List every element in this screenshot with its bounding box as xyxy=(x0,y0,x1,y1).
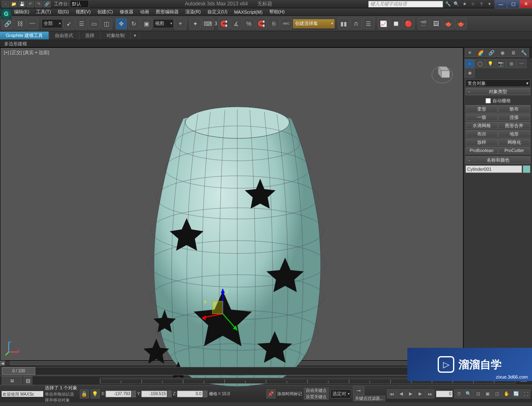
goto-end-icon[interactable]: ⏭ xyxy=(425,389,434,399)
favorite-icon[interactable]: ☆ xyxy=(470,1,476,7)
btn-loft[interactable]: 放样 xyxy=(466,138,498,146)
maxscript-listener[interactable]: 欢迎使用 MAXSc xyxy=(2,391,43,397)
btn-mesher[interactable]: 网格化 xyxy=(498,138,531,146)
bind-icon[interactable]: 〰 xyxy=(27,18,38,30)
select-region-icon[interactable]: ▭ xyxy=(88,18,100,30)
ribbon-tab-paint[interactable]: 对象绘制 xyxy=(101,32,131,39)
viewport[interactable]: [+] [正交] [真实 + 边面] xyxy=(0,47,463,361)
spinner-snap-icon[interactable]: 🧲 xyxy=(256,18,267,30)
ribbon-sub-polymodeling[interactable]: 多边形建模 xyxy=(0,40,532,47)
cp-sub-spacewarps-icon[interactable]: 〰 xyxy=(517,59,527,68)
cp-tab-modify-icon[interactable]: 🌈 xyxy=(475,48,486,57)
rollout-name-color[interactable]: 名称和颜色 xyxy=(466,156,530,164)
help-icon[interactable]: ? xyxy=(478,1,485,7)
setkey-button[interactable]: 设置关键点 xyxy=(304,394,329,400)
move-icon[interactable]: ✥ xyxy=(116,18,127,30)
manipulate-icon[interactable]: ✦ xyxy=(190,18,201,30)
menu-rendering[interactable]: 渲染(R) xyxy=(184,8,202,15)
fov-icon[interactable]: ◫ xyxy=(493,389,502,399)
cp-sub-geometry-icon[interactable]: ○ xyxy=(465,59,475,68)
ribbon-tab-selection[interactable]: 选择 xyxy=(79,32,101,39)
orbit-icon[interactable]: 🔄 xyxy=(512,389,521,399)
qat-undo-icon[interactable]: ↶ xyxy=(27,1,34,7)
named-selection-dropdown[interactable]: 创建选择集 xyxy=(293,19,335,28)
btn-proboolean[interactable]: ProBoolean xyxy=(466,147,498,154)
menu-help[interactable]: 帮助(H) xyxy=(268,8,286,15)
key-toggle-icon[interactable]: ⊸ xyxy=(353,386,365,395)
reference-system-dropdown[interactable]: 视图 xyxy=(153,19,174,28)
minimize-button[interactable]: — xyxy=(495,0,507,8)
btn-boolean[interactable]: 布尔 xyxy=(466,130,498,138)
menu-tools[interactable]: 工具(T) xyxy=(34,8,53,15)
maximize-button[interactable]: ▢ xyxy=(507,0,520,8)
ribbon-minimize-icon[interactable]: ▾ xyxy=(131,32,139,39)
lock-selection-icon[interactable]: 🔒 xyxy=(80,389,89,399)
maxscript-mini-btn[interactable]: ▤ xyxy=(2,376,22,385)
zoom-extents-icon[interactable]: ▣ xyxy=(483,389,492,399)
cp-sub-shapes-icon[interactable]: ◯ xyxy=(475,59,485,68)
cp-sub-cameras-icon[interactable]: 📷 xyxy=(496,59,506,68)
btn-shapemerge[interactable]: 图形合并 xyxy=(498,122,531,129)
qat-open-icon[interactable]: 📁 xyxy=(10,1,17,7)
mirror-icon[interactable]: ▮▮ xyxy=(338,18,350,30)
object-color-swatch[interactable] xyxy=(523,165,530,173)
current-frame-input[interactable]: 0 xyxy=(436,391,453,397)
btn-blobmesh[interactable]: 水滴网格 xyxy=(466,122,498,129)
angle-snap-icon[interactable]: ∡ xyxy=(231,18,242,30)
keyboard-shortcut-icon[interactable]: ⌨ xyxy=(202,18,214,30)
menu-customize[interactable]: 自定义(U) xyxy=(206,8,229,15)
btn-connect[interactable]: 连接 xyxy=(498,113,531,121)
menu-group[interactable]: 组(G) xyxy=(56,8,71,15)
btn-morph[interactable]: 变形 xyxy=(466,105,498,113)
link-icon[interactable]: 🔗 xyxy=(2,18,13,30)
render-setup-icon[interactable]: 🎬 xyxy=(418,18,429,30)
menu-modifiers[interactable]: 修改器 xyxy=(118,8,135,15)
cp-sub-helpers-icon[interactable]: ⊞ xyxy=(506,59,516,68)
snap-toggle-icon[interactable]: 🧲 xyxy=(218,18,230,30)
material-editor-icon[interactable]: 🔴 xyxy=(403,18,414,30)
ribbon-tab-freeform[interactable]: 自由形式 xyxy=(49,32,79,39)
btn-scatter[interactable]: 散布 xyxy=(498,105,531,113)
render-frame-icon[interactable]: 🖼 xyxy=(430,18,442,30)
abc-icon[interactable]: ABC xyxy=(281,18,292,30)
menu-create[interactable]: 创建(C) xyxy=(96,8,114,15)
search-input[interactable]: 键入关键字或短语 xyxy=(368,1,443,7)
render-last-icon[interactable]: 🫖 xyxy=(455,18,467,30)
select-name-icon[interactable]: ☰ xyxy=(76,18,87,30)
scroll-left-icon[interactable]: ◀ xyxy=(0,361,5,366)
qat-redo-icon[interactable]: ↷ xyxy=(35,1,42,7)
pivot-icon[interactable]: ⌖ xyxy=(175,18,186,30)
play-icon[interactable]: ▶ xyxy=(406,389,415,399)
menu-graph[interactable]: 图形编辑器 xyxy=(154,8,180,15)
align-icon[interactable]: ⫙ xyxy=(350,18,362,30)
pan-icon[interactable]: ✋ xyxy=(502,389,511,399)
close-button[interactable]: ✕ xyxy=(520,0,532,8)
workspace-dropdown[interactable]: 默认 xyxy=(70,0,89,8)
key-filters-button[interactable]: 关键点过滤器... xyxy=(353,396,385,401)
menu-animation[interactable]: 动画 xyxy=(138,8,151,15)
prev-frame-icon[interactable]: ◀ xyxy=(397,389,406,399)
cp-tab-create-icon[interactable]: ☀ xyxy=(465,48,475,57)
time-slider-thumb[interactable]: 0 / 100 xyxy=(2,367,35,375)
cp-sub-systems-icon[interactable]: ✱ xyxy=(465,69,475,78)
menu-views[interactable]: 视图(V) xyxy=(74,8,93,15)
menu-maxscript[interactable]: MAXScript(M) xyxy=(232,9,264,15)
window-crossing-icon[interactable]: ◫ xyxy=(101,18,112,30)
cp-tab-motion-icon[interactable]: ◉ xyxy=(497,48,507,57)
cp-tab-hierarchy-icon[interactable]: 🔗 xyxy=(486,48,497,57)
select-icon[interactable]: ➹ xyxy=(63,18,75,30)
viewport-label[interactable]: [+] [正交] [真实 + 边面] xyxy=(4,49,49,56)
schematic-icon[interactable]: 🔲 xyxy=(390,18,402,30)
unlink-icon[interactable]: ⛓ xyxy=(14,18,26,30)
scale-icon[interactable]: ▣ xyxy=(140,18,152,30)
percent-snap-icon[interactable]: % xyxy=(243,18,255,30)
cp-tab-utilities-icon[interactable]: 🔧 xyxy=(519,48,529,57)
viewcube[interactable] xyxy=(430,60,455,85)
qat-save-icon[interactable]: 💾 xyxy=(18,1,26,7)
maximize-viewport-icon[interactable]: ⛶ xyxy=(521,389,530,399)
btn-procutter[interactable]: ProCutter xyxy=(498,147,531,154)
zoom-all-icon[interactable]: ⊡ xyxy=(473,389,483,399)
cp-sub-lights-icon[interactable]: 💡 xyxy=(485,59,495,68)
rotate-icon[interactable]: ↻ xyxy=(128,18,140,30)
render-icon[interactable]: 🫖 xyxy=(443,18,454,30)
